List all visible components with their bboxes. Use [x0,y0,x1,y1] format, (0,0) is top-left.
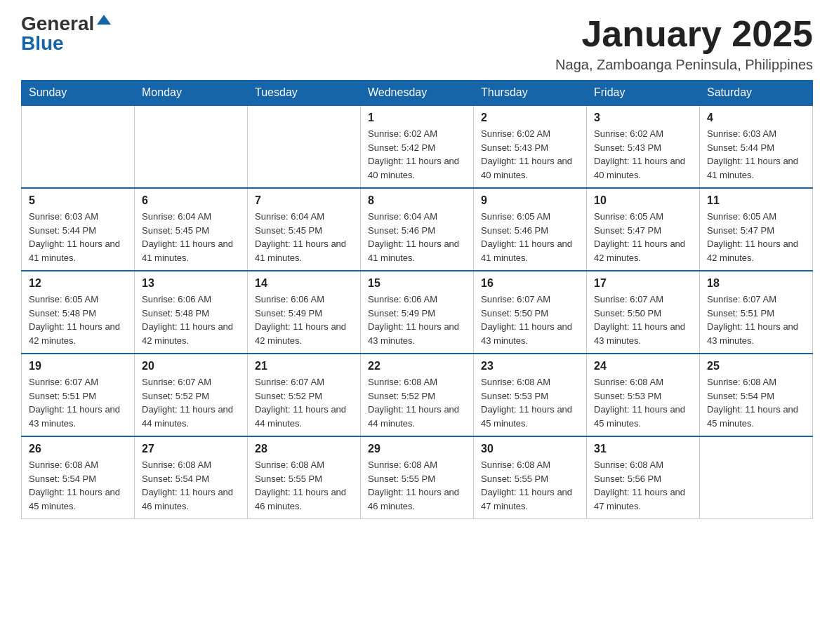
calendar-header-sunday: Sunday [22,81,135,106]
calendar-header-tuesday: Tuesday [248,81,361,106]
calendar-cell: 5Sunrise: 6:03 AMSunset: 5:44 PMDaylight… [22,188,135,271]
day-info: Sunrise: 6:06 AMSunset: 5:48 PMDaylight:… [142,293,240,347]
day-number: 26 [29,443,127,455]
day-info: Sunrise: 6:08 AMSunset: 5:54 PMDaylight:… [707,375,805,430]
day-number: 9 [481,194,579,207]
day-number: 3 [594,112,692,124]
day-number: 1 [368,112,466,124]
day-number: 20 [142,360,240,373]
day-number: 19 [29,360,127,373]
day-number: 2 [481,112,579,124]
week-row-5: 26Sunrise: 6:08 AMSunset: 5:54 PMDayligh… [22,436,813,519]
day-info: Sunrise: 6:05 AMSunset: 5:47 PMDaylight:… [594,210,692,264]
week-row-2: 5Sunrise: 6:03 AMSunset: 5:44 PMDaylight… [22,188,813,271]
day-info: Sunrise: 6:08 AMSunset: 5:53 PMDaylight:… [594,375,692,430]
day-info: Sunrise: 6:02 AMSunset: 5:42 PMDaylight:… [368,127,466,182]
day-number: 24 [594,360,692,373]
day-info: Sunrise: 6:07 AMSunset: 5:51 PMDaylight:… [707,293,805,347]
calendar-cell: 31Sunrise: 6:08 AMSunset: 5:56 PMDayligh… [587,436,700,519]
day-info: Sunrise: 6:08 AMSunset: 5:53 PMDaylight:… [481,375,579,430]
day-number: 6 [142,194,240,207]
logo-general: General [21,14,94,34]
calendar-cell: 24Sunrise: 6:08 AMSunset: 5:53 PMDayligh… [587,354,700,436]
day-info: Sunrise: 6:06 AMSunset: 5:49 PMDaylight:… [368,293,466,347]
calendar-cell: 12Sunrise: 6:05 AMSunset: 5:48 PMDayligh… [22,271,135,354]
day-number: 10 [594,194,692,207]
logo-blue: Blue [21,34,64,53]
calendar-cell: 18Sunrise: 6:07 AMSunset: 5:51 PMDayligh… [700,271,813,354]
day-info: Sunrise: 6:08 AMSunset: 5:55 PMDaylight:… [481,458,579,513]
day-number: 5 [29,194,127,207]
day-number: 13 [142,277,240,290]
day-info: Sunrise: 6:05 AMSunset: 5:46 PMDaylight:… [481,210,579,264]
day-number: 11 [707,194,805,207]
day-info: Sunrise: 6:03 AMSunset: 5:44 PMDaylight:… [29,210,127,264]
day-info: Sunrise: 6:08 AMSunset: 5:52 PMDaylight:… [368,375,466,430]
calendar-header-row: SundayMondayTuesdayWednesdayThursdayFrid… [22,81,813,106]
day-info: Sunrise: 6:05 AMSunset: 5:47 PMDaylight:… [707,210,805,264]
day-info: Sunrise: 6:02 AMSunset: 5:43 PMDaylight:… [481,127,579,182]
calendar-cell [700,436,813,519]
day-info: Sunrise: 6:04 AMSunset: 5:45 PMDaylight:… [142,210,240,264]
header: General Blue January 2025 Naga, Zamboang… [21,14,813,73]
day-info: Sunrise: 6:07 AMSunset: 5:52 PMDaylight:… [142,375,240,430]
calendar-cell: 29Sunrise: 6:08 AMSunset: 5:55 PMDayligh… [361,436,474,519]
day-number: 12 [29,277,127,290]
calendar-cell: 27Sunrise: 6:08 AMSunset: 5:54 PMDayligh… [135,436,248,519]
week-row-4: 19Sunrise: 6:07 AMSunset: 5:51 PMDayligh… [22,354,813,436]
logo: General Blue [21,14,111,53]
calendar-header-wednesday: Wednesday [361,81,474,106]
day-info: Sunrise: 6:04 AMSunset: 5:45 PMDaylight:… [255,210,353,264]
calendar-cell: 21Sunrise: 6:07 AMSunset: 5:52 PMDayligh… [248,354,361,436]
day-info: Sunrise: 6:08 AMSunset: 5:55 PMDaylight:… [255,458,353,513]
day-info: Sunrise: 6:02 AMSunset: 5:43 PMDaylight:… [594,127,692,182]
calendar-cell: 14Sunrise: 6:06 AMSunset: 5:49 PMDayligh… [248,271,361,354]
calendar-cell: 11Sunrise: 6:05 AMSunset: 5:47 PMDayligh… [700,188,813,271]
day-number: 22 [368,360,466,373]
day-number: 18 [707,277,805,290]
calendar-cell: 20Sunrise: 6:07 AMSunset: 5:52 PMDayligh… [135,354,248,436]
calendar-cell: 2Sunrise: 6:02 AMSunset: 5:43 PMDaylight… [474,105,587,188]
day-number: 17 [594,277,692,290]
day-info: Sunrise: 6:07 AMSunset: 5:52 PMDaylight:… [255,375,353,430]
calendar-cell [135,105,248,188]
day-info: Sunrise: 6:08 AMSunset: 5:54 PMDaylight:… [142,458,240,513]
calendar-cell: 4Sunrise: 6:03 AMSunset: 5:44 PMDaylight… [700,105,813,188]
calendar-cell: 6Sunrise: 6:04 AMSunset: 5:45 PMDaylight… [135,188,248,271]
calendar-cell: 26Sunrise: 6:08 AMSunset: 5:54 PMDayligh… [22,436,135,519]
day-number: 31 [594,443,692,455]
day-info: Sunrise: 6:06 AMSunset: 5:49 PMDaylight:… [255,293,353,347]
day-number: 30 [481,443,579,455]
day-number: 21 [255,360,353,373]
day-number: 14 [255,277,353,290]
logo-triangle-icon [97,15,111,25]
calendar-cell: 13Sunrise: 6:06 AMSunset: 5:48 PMDayligh… [135,271,248,354]
calendar-cell: 7Sunrise: 6:04 AMSunset: 5:45 PMDaylight… [248,188,361,271]
calendar-cell: 1Sunrise: 6:02 AMSunset: 5:42 PMDaylight… [361,105,474,188]
day-info: Sunrise: 6:07 AMSunset: 5:50 PMDaylight:… [481,293,579,347]
calendar-location: Naga, Zamboanga Peninsula, Philippines [555,57,813,73]
calendar-cell: 10Sunrise: 6:05 AMSunset: 5:47 PMDayligh… [587,188,700,271]
day-info: Sunrise: 6:05 AMSunset: 5:48 PMDaylight:… [29,293,127,347]
calendar-cell: 15Sunrise: 6:06 AMSunset: 5:49 PMDayligh… [361,271,474,354]
calendar-cell: 28Sunrise: 6:08 AMSunset: 5:55 PMDayligh… [248,436,361,519]
calendar-cell: 8Sunrise: 6:04 AMSunset: 5:46 PMDaylight… [361,188,474,271]
day-number: 29 [368,443,466,455]
calendar-table: SundayMondayTuesdayWednesdayThursdayFrid… [21,80,813,519]
day-info: Sunrise: 6:07 AMSunset: 5:50 PMDaylight:… [594,293,692,347]
calendar-header-saturday: Saturday [700,81,813,106]
day-info: Sunrise: 6:08 AMSunset: 5:56 PMDaylight:… [594,458,692,513]
day-info: Sunrise: 6:03 AMSunset: 5:44 PMDaylight:… [707,127,805,182]
day-number: 28 [255,443,353,455]
day-info: Sunrise: 6:07 AMSunset: 5:51 PMDaylight:… [29,375,127,430]
calendar-cell: 9Sunrise: 6:05 AMSunset: 5:46 PMDaylight… [474,188,587,271]
calendar-cell: 22Sunrise: 6:08 AMSunset: 5:52 PMDayligh… [361,354,474,436]
calendar-cell: 19Sunrise: 6:07 AMSunset: 5:51 PMDayligh… [22,354,135,436]
calendar-cell: 23Sunrise: 6:08 AMSunset: 5:53 PMDayligh… [474,354,587,436]
calendar-cell: 25Sunrise: 6:08 AMSunset: 5:54 PMDayligh… [700,354,813,436]
day-number: 8 [368,194,466,207]
calendar-cell: 17Sunrise: 6:07 AMSunset: 5:50 PMDayligh… [587,271,700,354]
day-info: Sunrise: 6:08 AMSunset: 5:55 PMDaylight:… [368,458,466,513]
day-number: 16 [481,277,579,290]
calendar-cell: 30Sunrise: 6:08 AMSunset: 5:55 PMDayligh… [474,436,587,519]
